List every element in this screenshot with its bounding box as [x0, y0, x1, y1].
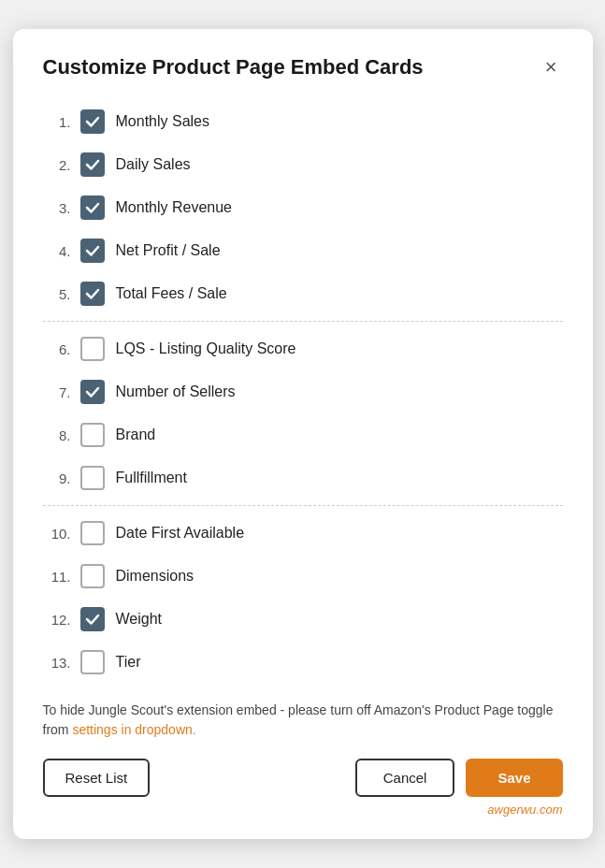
- items-list: 1. Monthly Sales2. Daily Sales3. Monthly…: [43, 100, 563, 684]
- footer-right-buttons: Cancel Save: [355, 759, 563, 797]
- checkbox-wrap[interactable]: [80, 152, 105, 177]
- item-number: 8.: [43, 427, 71, 443]
- checkbox-unchecked[interactable]: [80, 337, 105, 361]
- list-item: 6.LQS - Listing Quality Score: [43, 327, 563, 370]
- checkbox-wrap[interactable]: [80, 337, 105, 361]
- checkbox-checked[interactable]: [80, 109, 105, 134]
- item-label: Net Profit / Sale: [116, 242, 221, 259]
- item-number: 13.: [43, 655, 71, 671]
- list-item: 11.Dimensions: [43, 555, 563, 598]
- item-label: Total Fees / Sale: [116, 285, 227, 302]
- checkbox-wrap[interactable]: [80, 239, 105, 263]
- item-number: 4.: [43, 243, 71, 259]
- list-item: 5. Total Fees / Sale: [43, 272, 563, 315]
- footer-note: To hide Jungle Scout's extension embed -…: [43, 701, 563, 740]
- checkbox-wrap[interactable]: [80, 423, 105, 447]
- checkbox-checked[interactable]: [80, 195, 105, 220]
- item-number: 11.: [43, 569, 71, 585]
- watermark: awgerwu.com: [43, 803, 563, 817]
- item-number: 3.: [43, 200, 71, 216]
- list-item: 2. Daily Sales: [43, 143, 563, 186]
- checkbox-unchecked[interactable]: [80, 423, 105, 447]
- checkbox-unchecked[interactable]: [80, 521, 105, 545]
- settings-link[interactable]: settings in dropdown.: [72, 722, 195, 737]
- checkbox-unchecked[interactable]: [80, 466, 105, 490]
- list-item: 3. Monthly Revenue: [43, 186, 563, 229]
- checkbox-wrap[interactable]: [80, 466, 105, 490]
- checkbox-wrap[interactable]: [80, 109, 105, 134]
- item-label: LQS - Listing Quality Score: [116, 340, 296, 357]
- item-label: Brand: [116, 427, 156, 443]
- checkbox-wrap[interactable]: [80, 607, 105, 631]
- list-item: 7. Number of Sellers: [43, 370, 563, 413]
- checkbox-checked[interactable]: [80, 152, 105, 177]
- item-label: Dimensions: [116, 568, 194, 585]
- customize-modal: Customize Product Page Embed Cards × 1. …: [13, 29, 593, 839]
- item-number: 9.: [43, 470, 71, 486]
- checkbox-wrap[interactable]: [80, 380, 105, 404]
- item-number: 5.: [43, 286, 71, 302]
- reset-button[interactable]: Reset List: [43, 759, 151, 797]
- item-number: 12.: [43, 612, 71, 628]
- item-number: 1.: [43, 114, 71, 130]
- checkbox-wrap[interactable]: [80, 650, 105, 674]
- list-item: 8.Brand: [43, 413, 563, 456]
- checkbox-checked[interactable]: [80, 282, 105, 306]
- item-number: 10.: [43, 526, 71, 542]
- item-number: 7.: [43, 384, 71, 400]
- item-number: 2.: [43, 157, 71, 173]
- checkbox-unchecked[interactable]: [80, 650, 105, 674]
- item-label: Fullfillment: [116, 470, 187, 486]
- list-item: 13.Tier: [43, 641, 563, 684]
- checkbox-wrap[interactable]: [80, 521, 105, 545]
- close-button[interactable]: ×: [540, 55, 563, 80]
- cancel-button[interactable]: Cancel: [355, 759, 455, 797]
- item-label: Date First Available: [116, 525, 245, 542]
- modal-footer: Reset List Cancel Save: [43, 759, 563, 797]
- save-button[interactable]: Save: [466, 759, 562, 797]
- list-item: 4. Net Profit / Sale: [43, 229, 563, 272]
- item-number: 6.: [43, 341, 71, 357]
- checkbox-unchecked[interactable]: [80, 564, 105, 588]
- checkbox-checked[interactable]: [80, 380, 105, 404]
- checkbox-checked[interactable]: [80, 607, 105, 631]
- checkbox-checked[interactable]: [80, 239, 105, 263]
- item-label: Tier: [116, 654, 141, 671]
- checkbox-wrap[interactable]: [80, 564, 105, 588]
- item-label: Daily Sales: [116, 156, 191, 173]
- modal-title: Customize Product Page Embed Cards: [43, 55, 424, 80]
- list-item: 10.Date First Available: [43, 512, 563, 555]
- item-label: Monthly Sales: [116, 113, 210, 130]
- list-item: 12. Weight: [43, 598, 563, 641]
- list-item: 1. Monthly Sales: [43, 100, 563, 143]
- item-label: Weight: [116, 611, 163, 628]
- item-label: Monthly Revenue: [116, 199, 233, 216]
- checkbox-wrap[interactable]: [80, 195, 105, 220]
- checkbox-wrap[interactable]: [80, 282, 105, 306]
- modal-header: Customize Product Page Embed Cards ×: [43, 55, 563, 80]
- item-label: Number of Sellers: [116, 383, 236, 400]
- list-item: 9.Fullfillment: [43, 456, 563, 499]
